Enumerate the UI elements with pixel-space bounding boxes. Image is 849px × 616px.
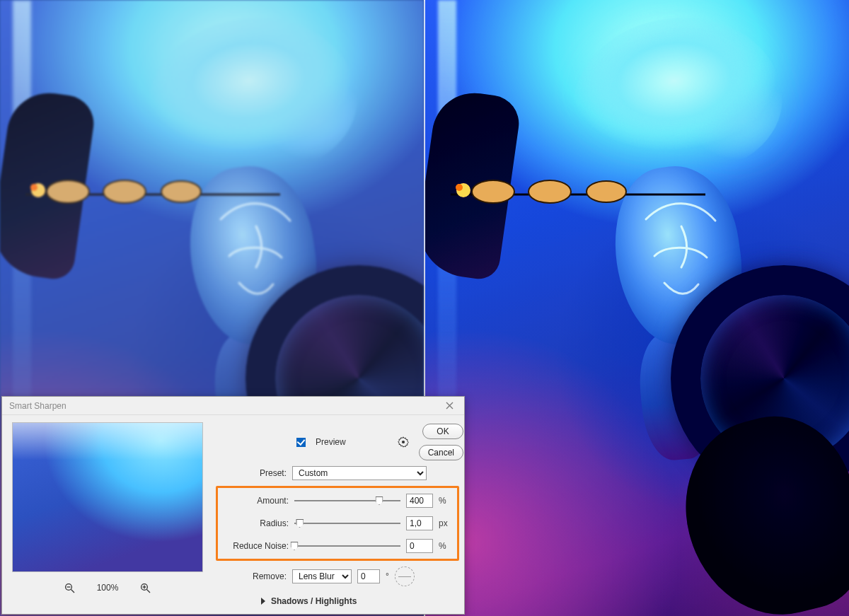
svg-point-7 bbox=[472, 180, 514, 203]
svg-line-13 bbox=[71, 589, 75, 593]
radius-label: Radius: bbox=[218, 518, 289, 528]
svg-point-5 bbox=[30, 184, 37, 191]
amount-label: Amount: bbox=[218, 496, 289, 506]
svg-point-2 bbox=[103, 180, 146, 203]
shadows-highlights-label: Shadows / Highlights bbox=[271, 596, 357, 606]
gear-icon[interactable] bbox=[398, 436, 409, 448]
angle-dial[interactable] bbox=[395, 566, 415, 586]
amount-slider[interactable] bbox=[294, 495, 400, 506]
chevron-right-icon bbox=[261, 598, 265, 605]
highlighted-params: Amount: % Radius: px bbox=[216, 486, 459, 561]
smart-sharpen-dialog: Smart Sharpen 100% bbox=[1, 396, 465, 615]
remove-angle-field[interactable] bbox=[357, 569, 380, 583]
preset-select[interactable]: Custom bbox=[292, 466, 427, 480]
dialog-title: Smart Sharpen bbox=[9, 401, 67, 411]
comparison-stage: Smart Sharpen 100% bbox=[0, 0, 849, 616]
remove-angle-unit: ° bbox=[386, 571, 389, 581]
svg-line-16 bbox=[146, 589, 150, 593]
cancel-button[interactable]: Cancel bbox=[419, 445, 463, 460]
preview-checkbox[interactable] bbox=[296, 438, 306, 447]
noise-unit: % bbox=[439, 541, 451, 551]
amount-unit: % bbox=[439, 496, 451, 506]
preview-label: Preview bbox=[316, 437, 346, 447]
radius-field[interactable] bbox=[406, 516, 433, 530]
svg-point-1 bbox=[47, 180, 89, 203]
noise-label: Reduce Noise: bbox=[218, 541, 289, 551]
radius-slider[interactable] bbox=[294, 518, 400, 529]
noise-field[interactable] bbox=[406, 539, 433, 553]
radius-unit: px bbox=[439, 518, 451, 528]
zoom-out-icon[interactable] bbox=[64, 582, 76, 593]
zoom-in-icon[interactable] bbox=[139, 582, 151, 593]
preview-thumbnail[interactable] bbox=[12, 422, 203, 572]
amount-field[interactable] bbox=[406, 494, 433, 508]
svg-point-19 bbox=[402, 441, 405, 443]
shadows-highlights-toggle[interactable]: Shadows / Highlights bbox=[261, 596, 463, 606]
remove-select[interactable]: Lens Blur bbox=[292, 569, 352, 583]
dialog-titlebar[interactable]: Smart Sharpen bbox=[2, 397, 464, 415]
svg-point-9 bbox=[587, 181, 626, 202]
remove-label: Remove: bbox=[216, 571, 287, 581]
svg-point-3 bbox=[161, 181, 201, 202]
close-icon[interactable] bbox=[439, 398, 460, 414]
svg-point-11 bbox=[456, 184, 463, 191]
preset-label: Preset: bbox=[216, 468, 287, 478]
zoom-level: 100% bbox=[97, 583, 119, 593]
ok-button[interactable]: OK bbox=[422, 424, 463, 439]
svg-point-8 bbox=[529, 180, 571, 203]
noise-slider[interactable] bbox=[294, 540, 400, 552]
after-pane bbox=[425, 0, 849, 616]
